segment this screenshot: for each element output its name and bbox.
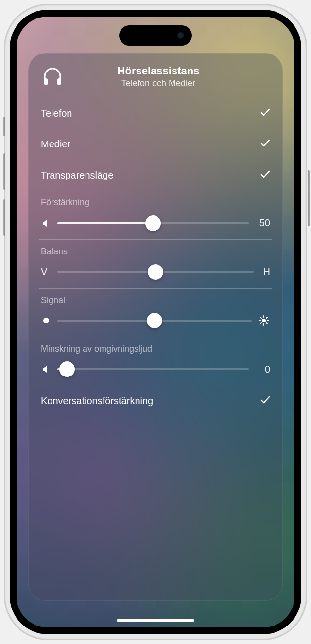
checkmark-icon [260, 170, 270, 181]
option-transparency[interactable]: Transparensläge [40, 160, 271, 191]
checkmark-icon [260, 108, 270, 119]
slider-knob[interactable] [145, 215, 161, 231]
amplification-label: Förstärkning [40, 191, 271, 208]
speaker-icon [41, 364, 52, 375]
svg-line-8 [260, 317, 261, 318]
hearing-assistance-panel: Hörselassistans Telefon och Medier Telef… [28, 53, 283, 601]
svg-line-11 [260, 323, 261, 324]
balance-slider[interactable]: V H [40, 257, 271, 288]
svg-rect-1 [57, 78, 61, 85]
speaker-icon [41, 218, 52, 229]
checkmark-icon [260, 139, 270, 150]
option-label: Transparensläge [41, 170, 113, 181]
option-label: Telefon [41, 108, 72, 119]
svg-line-9 [266, 323, 267, 324]
ambient-noise-label: Minskning av omgivningsljud [40, 337, 271, 354]
balance-left-label: V [41, 267, 52, 278]
checkmark-icon [260, 395, 270, 407]
svg-point-3 [262, 319, 266, 322]
option-label: Konversationsförstärkning [41, 395, 153, 407]
slider-knob[interactable] [147, 313, 162, 328]
slider-knob[interactable] [148, 264, 163, 280]
svg-line-10 [266, 317, 267, 318]
tone-label: Signal [40, 288, 271, 305]
bright-tone-icon [258, 315, 270, 326]
home-indicator[interactable] [117, 619, 194, 622]
balance-label: Balans [40, 240, 271, 257]
slider-knob[interactable] [59, 361, 75, 377]
side-button-action [3, 117, 5, 136]
ambient-noise-slider[interactable]: 0 [40, 354, 271, 386]
amplification-slider[interactable]: 50 [40, 208, 271, 239]
phone-device-frame: Hörselassistans Telefon och Medier Telef… [5, 5, 306, 639]
option-phone[interactable]: Telefon [40, 98, 271, 129]
side-button-volume-up [3, 153, 5, 190]
panel-header: Hörselassistans Telefon och Medier [40, 64, 271, 98]
option-label: Medier [41, 139, 70, 150]
tone-slider[interactable] [40, 305, 271, 337]
option-conversation-boost[interactable]: Konversationsförstärkning [40, 386, 271, 416]
balance-right-label: H [259, 267, 270, 278]
panel-subtitle: Telefon och Medier [71, 78, 246, 89]
amplification-value: 50 [255, 217, 270, 229]
svg-rect-0 [44, 78, 48, 85]
headphones-icon [40, 64, 65, 89]
ambient-noise-value: 0 [255, 364, 270, 375]
panel-title: Hörselassistans [71, 65, 246, 77]
dynamic-island [119, 25, 192, 46]
side-button-volume-down [3, 199, 5, 236]
side-button-power [308, 170, 310, 226]
dark-tone-icon [41, 315, 52, 326]
svg-point-2 [43, 318, 49, 323]
option-media[interactable]: Medier [40, 129, 271, 160]
